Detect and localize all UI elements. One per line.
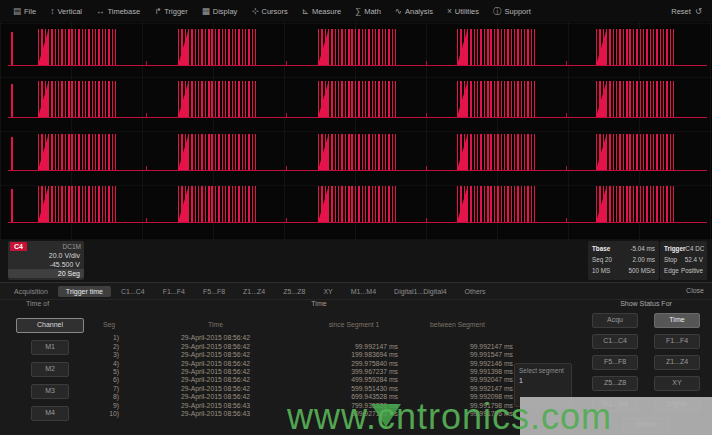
table-cell: 29-April-2015 08:56:42 (123, 343, 308, 351)
trigger-level: 52.4 V (685, 254, 703, 265)
menu-item-vertical[interactable]: ↕Vertical (43, 4, 89, 19)
menu-item-label: Display (213, 7, 238, 16)
pulse-burst-2-1 (38, 81, 116, 117)
menu-item-analysis[interactable]: ∿Analysis (388, 4, 440, 19)
channel-offset: -45.500 V (8, 260, 84, 269)
tab-others[interactable]: Others (457, 286, 494, 297)
time-of-button-channel[interactable]: Channel (16, 318, 84, 333)
select-segment-value: 1 (519, 377, 567, 384)
tab-digital1-digital4[interactable]: Digital1...Digital4 (386, 286, 455, 297)
menu-item-measure[interactable]: ⊾Measure (295, 4, 348, 19)
table-cell: 99.991547 ms (400, 351, 515, 359)
dialog-tabs: AcquisitionTrigger timeC1...C4F1...F4F5.… (6, 284, 494, 299)
pulse-burst-3-4 (457, 134, 535, 170)
burst-ramp (178, 83, 188, 117)
time-of-button-m1[interactable]: M1 (31, 340, 69, 355)
baseline-tick (146, 166, 147, 170)
tab-z1-z4[interactable]: Z1...Z4 (235, 286, 273, 297)
pulse-burst-4-5 (596, 186, 674, 222)
table-cell: 3) (95, 351, 123, 359)
status-button-c1-c4[interactable]: C1...C4 (592, 334, 638, 349)
tab-z5-z8[interactable]: Z5...Z8 (275, 286, 313, 297)
menu-item-label: Measure (312, 7, 341, 16)
waveform-display[interactable] (0, 22, 712, 240)
reset-label: Reset (671, 7, 691, 16)
trigger-title: Trigger (664, 243, 685, 254)
status-button-xy[interactable]: XY (654, 376, 700, 391)
baseline-tick (146, 61, 147, 65)
baseline-tick (426, 218, 427, 222)
status-button-f1-f4[interactable]: F1...F4 (654, 334, 700, 349)
table-group-header: Time (123, 300, 515, 307)
burst-ramp (38, 136, 48, 170)
time-of-label: Time of (26, 300, 94, 307)
close-button[interactable]: Close (686, 287, 704, 294)
pulse-burst-4-3 (318, 186, 396, 222)
status-button-acqu[interactable]: Acqu (592, 313, 638, 328)
pulse-burst-1-3 (318, 29, 396, 65)
table-row: 5)29-April-2015 08:56:42399.967237 ms99.… (95, 368, 515, 376)
menu-item-label: Analysis (405, 7, 433, 16)
menu-item-display[interactable]: ▦Display (195, 4, 245, 19)
tab-c1-c4[interactable]: C1...C4 (113, 286, 153, 297)
baseline-tick (566, 61, 567, 65)
channel-c4-descriptor[interactable]: C4 DC1M 20.0 V/div -45.500 V 20 Seg (8, 241, 84, 280)
menu-item-label: Vertical (57, 7, 82, 16)
channel-vdiv: 20.0 V/div (8, 251, 84, 260)
timebase-descriptor[interactable]: Tbase-5.04 ms Seq 202.00 ms 10 MS500 MS/… (588, 241, 659, 280)
status-button-time[interactable]: Time (654, 313, 700, 328)
status-button-f5-f8[interactable]: F5...F8 (592, 355, 638, 370)
horizontal-arrows-icon: ↔ (96, 7, 105, 16)
burst-ramp (178, 136, 188, 170)
tab-m1-m4[interactable]: M1...M4 (343, 286, 384, 297)
tab-trigger-time[interactable]: Trigger time (58, 286, 111, 297)
menu-item-timebase[interactable]: ↔Timebase (89, 4, 147, 19)
burst-ramp (596, 136, 606, 170)
table-cell: 2) (95, 343, 123, 351)
baseline-tick (286, 166, 287, 170)
reset-button[interactable]: Reset↺ (667, 5, 706, 18)
tab-xy[interactable]: XY (315, 286, 340, 297)
menu-item-file[interactable]: ▤File (6, 4, 43, 19)
channel-coupling: DC1M (63, 243, 81, 250)
stray-pulse (11, 84, 13, 117)
table-cell: 29-April-2015 08:56:42 (123, 360, 308, 368)
time-of-button-m2[interactable]: M2 (31, 362, 69, 377)
burst-ramp (178, 188, 188, 222)
baseline-tick (426, 166, 427, 170)
pulse-burst-4-2 (178, 186, 256, 222)
pulse-burst-1-1 (38, 29, 116, 65)
tab-f5-f8[interactable]: F5...F8 (195, 286, 233, 297)
time-of-button-m3[interactable]: M3 (31, 384, 69, 399)
trigger-descriptor[interactable]: TriggerC4 DC Stop52.4 V EdgePositive (660, 241, 707, 280)
menu-item-trigger[interactable]: ↱Trigger (147, 4, 195, 19)
table-cell: 99.992146 ms (400, 360, 515, 368)
table-cell: 29-April-2015 08:56:42 (123, 368, 308, 376)
table-cell: 4) (95, 360, 123, 368)
time-of-button-m4[interactable]: M4 (31, 406, 69, 421)
table-row: 3)29-April-2015 08:56:42199.983694 ms99.… (95, 351, 515, 359)
trace-baseline (8, 117, 707, 118)
status-button-z5-z8[interactable]: Z5...Z8 (592, 376, 638, 391)
pulse-burst-1-5 (596, 29, 674, 65)
menu-item-label: Math (364, 7, 381, 16)
table-header-row: SegTimesince Segment 1between Segment (95, 321, 515, 329)
trace-baseline (8, 170, 707, 171)
menu-item-cursors[interactable]: ⊹Cursors (244, 4, 294, 19)
watermark-text: www.cntronics.com (287, 396, 612, 435)
trigger-slope: Positive (681, 265, 703, 276)
table-row: 1)29-April-2015 08:56:42 (95, 334, 515, 342)
burst-ramp (457, 136, 467, 170)
table-cell: 599.951430 ms (308, 385, 400, 393)
tab-f1-f4[interactable]: F1...F4 (155, 286, 193, 297)
menu-item-utilities[interactable]: ×Utilities (440, 4, 486, 19)
menu-item-math[interactable]: ∑Math (348, 4, 388, 19)
tab-acquisition[interactable]: Acquisition (6, 286, 56, 297)
burst-ramp (318, 31, 328, 65)
menu-item-support[interactable]: ⓘSupport (486, 4, 538, 19)
status-button-z1-z4[interactable]: Z1...Z4 (654, 355, 700, 370)
file-icon: ▤ (13, 7, 21, 16)
table-cell: 29-April-2015 08:56:42 (123, 351, 308, 359)
pulse-burst-3-3 (318, 134, 396, 170)
stray-pulse (11, 137, 13, 170)
